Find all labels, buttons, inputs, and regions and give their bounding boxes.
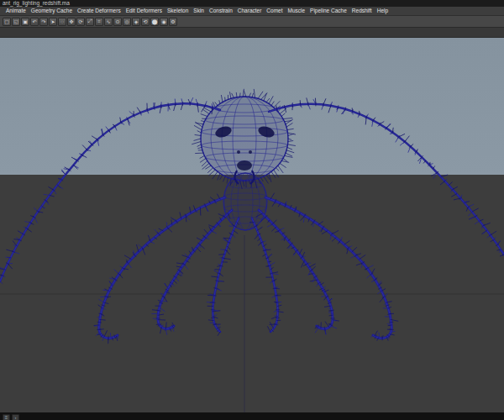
menu-items: AnimateGeometry CacheCreate DeformersEdi… <box>0 7 391 15</box>
history-icon[interactable]: ⟲ <box>141 18 150 26</box>
ipr-render-icon[interactable]: ◉ <box>160 18 168 26</box>
snap-view-icon[interactable]: ◎ <box>123 18 131 26</box>
save-scene-icon[interactable]: ▣ <box>21 18 29 26</box>
menu-item-animate[interactable]: Animate <box>3 7 29 15</box>
render-settings-icon[interactable]: ⚙ <box>169 18 177 26</box>
render-icon[interactable]: ⬤ <box>150 18 159 26</box>
new-scene-icon[interactable]: ▢ <box>3 18 11 26</box>
open-scene-icon[interactable]: ◱ <box>12 18 20 26</box>
ant-wireframe-model[interactable] <box>0 38 504 412</box>
title-bar: ant_rig_lighting_redshift.ma <box>0 0 504 7</box>
undo-icon[interactable]: ↶ <box>30 18 39 26</box>
toolbar: ▢◱▣↶↷➤◌✥⟳⤢⌗∿⊙◎◈⟲⬤◉⚙ <box>0 16 504 28</box>
menu-item-create-deformers[interactable]: Create Deformers <box>75 7 123 15</box>
select-tool-icon[interactable]: ➤ <box>49 18 57 26</box>
status-bar: ≡› <box>0 412 504 420</box>
snap-point-icon[interactable]: ⊙ <box>113 18 122 26</box>
maya-window: ant_rig_lighting_redshift.ma AnimateGeom… <box>0 0 504 420</box>
move-tool-icon[interactable]: ✥ <box>67 18 76 26</box>
menu-item-pipeline-cache[interactable]: Pipeline Cache <box>307 7 349 15</box>
menu-item-geometry-cache[interactable]: Geometry Cache <box>29 7 75 15</box>
menu-item-help[interactable]: Help <box>375 7 391 15</box>
menu-item-comet[interactable]: Comet <box>264 7 285 15</box>
toolbar-icons: ▢◱▣↶↷➤◌✥⟳⤢⌗∿⊙◎◈⟲⬤◉⚙ <box>0 18 178 26</box>
menu-item-skin[interactable]: Skin <box>191 7 207 15</box>
menu-item-character[interactable]: Character <box>235 7 265 15</box>
snap-grid-icon[interactable]: ⌗ <box>95 18 103 26</box>
menu-item-muscle[interactable]: Muscle <box>286 7 308 15</box>
scale-tool-icon[interactable]: ⤢ <box>86 18 94 26</box>
viewport-panel-bar <box>0 28 504 38</box>
snap-curve-icon[interactable]: ∿ <box>104 18 113 26</box>
rotate-tool-icon[interactable]: ⟳ <box>76 18 85 26</box>
menu-item-redshift[interactable]: Redshift <box>349 7 375 15</box>
menu-item-edit-deformers[interactable]: Edit Deformers <box>123 7 165 15</box>
menu-item-constrain[interactable]: Constrain <box>207 7 235 15</box>
make-live-icon[interactable]: ◈ <box>132 18 140 26</box>
viewport[interactable] <box>0 38 504 412</box>
menu-bar: AnimateGeometry CacheCreate DeformersEdi… <box>0 7 504 16</box>
lasso-tool-icon[interactable]: ◌ <box>58 18 66 26</box>
command-line-icon[interactable]: › <box>12 414 19 420</box>
menu-item-skeleton[interactable]: Skeleton <box>165 7 191 15</box>
window-title: ant_rig_lighting_redshift.ma <box>3 0 70 6</box>
redo-icon[interactable]: ↷ <box>39 18 48 26</box>
script-editor-icon[interactable]: ≡ <box>3 414 10 420</box>
